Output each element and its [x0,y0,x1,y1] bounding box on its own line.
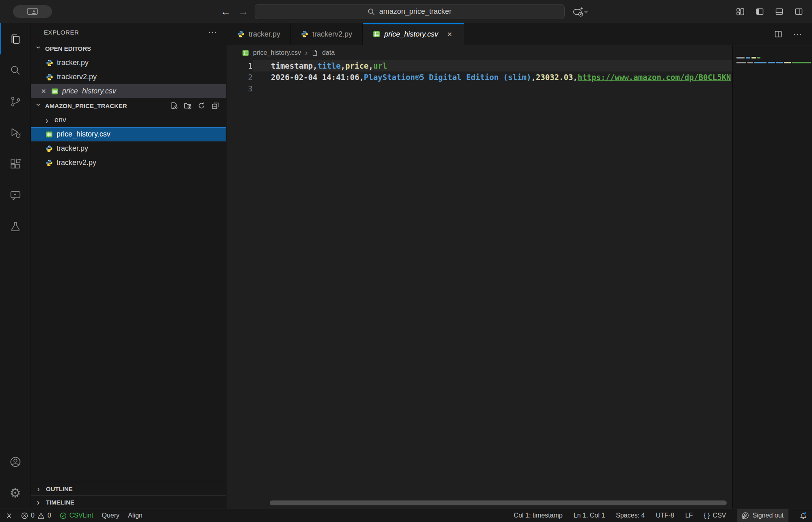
sidebar-left-icon [756,7,764,16]
timeline-section-header[interactable]: › TIMELINE [31,495,226,509]
activity-extensions[interactable] [0,148,30,180]
activity-settings[interactable]: ⚙ [0,477,30,509]
minimap[interactable] [732,45,812,509]
signed-out-button[interactable]: Signed out [737,509,788,522]
error-icon [21,512,28,519]
forward-button[interactable]: → [238,0,249,23]
tree-folder-env[interactable]: › env [31,113,226,127]
copilot-menu-button[interactable]: › [572,0,588,23]
vscode-window: ← → amazon_price_tracker › [0,0,812,522]
bell-icon [799,512,807,520]
outline-section-header[interactable]: › OUTLINE [31,482,226,495]
split-editor-icon[interactable] [774,30,782,38]
refresh-icon[interactable] [198,102,205,109]
editor-group: tracker.py trackerv2.py pric [227,23,812,509]
back-button[interactable]: ← [221,0,231,23]
workspace-header[interactable]: › AMAZON_PRICE_TRACKER [31,98,226,113]
toggle-secondary-sidebar-button[interactable] [795,7,803,16]
chevron-down-icon: › [582,10,591,13]
line-number: 2 [227,71,253,83]
activity-run-debug[interactable] [0,117,30,148]
csvlint-status[interactable]: CSVLint [60,512,93,519]
layout-controls [736,0,803,23]
activity-explorer[interactable] [0,23,30,54]
activity-bar: ⚙ [0,23,30,509]
close-icon[interactable]: × [39,87,48,96]
tree-file-trackerv2-py[interactable]: trackerv2.py [31,156,226,170]
explorer-sidebar: EXPLORER ⋯ › OPEN EDITORS tracker.py tra… [30,23,227,509]
tab-tracker-py[interactable]: tracker.py [227,23,291,45]
remote-indicator[interactable] [6,512,13,519]
customize-layout-icon [736,7,745,16]
title-bar: ← → amazon_price_tracker › [0,0,812,23]
breadcrumb-symbol[interactable]: data [322,49,335,56]
more-actions-button[interactable]: ⋯ [793,29,802,39]
indentation-indicator[interactable]: Spaces: 4 [616,512,645,519]
breadcrumb-file[interactable]: price_history.csv [253,49,301,56]
column-indicator[interactable]: Col 1: timestamp [514,512,563,519]
panel-bottom-icon [775,7,784,16]
toggle-panel-button[interactable] [775,7,784,16]
command-center-search[interactable]: amazon_price_tracker [255,4,565,19]
align-status[interactable]: Align [128,512,143,519]
csv-icon [45,131,53,138]
activity-account[interactable] [0,446,30,477]
tab-price-history-csv[interactable]: price_history.csv × [363,23,464,45]
new-file-icon[interactable] [170,102,178,109]
customize-layout-button[interactable] [736,7,745,16]
python-icon [301,30,308,38]
activity-search[interactable] [0,54,30,86]
line-number: 3 [227,83,253,94]
beaker-icon [9,221,22,233]
new-folder-icon[interactable] [184,102,191,109]
tab-trackerv2-py[interactable]: trackerv2.py [291,23,363,45]
code-editor[interactable]: 1 timestamp,title,price,url 2 2026-02-04… [227,60,732,509]
account-gear-icon [742,512,749,519]
status-right: Col 1: timestamp Ln 1, Col 1 Spaces: 4 U… [514,509,807,522]
csv-icon [373,30,380,38]
activity-source-control[interactable] [0,86,30,117]
python-icon [237,30,245,38]
screen-user-icon [27,8,38,16]
close-icon[interactable]: × [446,30,454,39]
breadcrumbs: price_history.csv › data [227,45,812,60]
explorer-more-button[interactable]: ⋯ [208,27,217,37]
python-icon [46,59,53,67]
open-editor-tracker-py[interactable]: tracker.py [31,56,226,70]
window-tab-overview-button[interactable] [13,5,52,18]
files-icon [9,33,22,45]
chevron-right-icon: › [37,485,42,493]
problems-indicator[interactable]: 0 0 [21,512,51,519]
eol-indicator[interactable]: LF [685,512,693,519]
open-editors-header[interactable]: › OPEN EDITORS [31,41,226,56]
status-bar: 0 0 CSVLint Query Align Col 1: timestamp [0,509,812,522]
open-editor-trackerv2-py[interactable]: trackerv2.py [31,70,226,84]
search-value: amazon_price_tracker [379,7,451,16]
encoding-indicator[interactable]: UTF-8 [656,512,674,519]
sidebar-right-icon [795,7,803,16]
minimap-line-2 [736,62,811,63]
explorer-header: EXPLORER ⋯ [31,23,226,41]
query-status[interactable]: Query [102,512,120,519]
horizontal-scrollbar[interactable] [270,500,727,505]
explorer-title: EXPLORER [44,29,79,36]
activity-chat[interactable] [0,180,30,211]
open-editor-price-history-csv[interactable]: × price_history.csv [31,84,226,98]
tree-file-price-history-csv[interactable]: price_history.csv [31,127,226,141]
collapse-all-icon[interactable] [212,102,219,109]
python-icon [45,145,53,152]
language-mode[interactable]: { } CSV [704,512,726,519]
python-icon [45,159,53,167]
minimap-line-1 [736,57,760,58]
notifications-bell[interactable] [799,512,807,520]
cursor-position[interactable]: Ln 1, Col 1 [574,512,605,519]
chat-icon [9,189,22,201]
chevron-down-icon: › [35,104,43,109]
editor-actions: ⋯ [774,23,812,45]
url-link[interactable]: https://www.amazon.com/dp/B0CL5KN [578,73,731,82]
tree-file-tracker-py[interactable]: tracker.py [31,141,226,156]
code-line-3: 3 [227,83,732,94]
toggle-primary-sidebar-button[interactable] [756,7,764,16]
extensions-icon [9,158,22,170]
activity-testing[interactable] [0,211,30,242]
